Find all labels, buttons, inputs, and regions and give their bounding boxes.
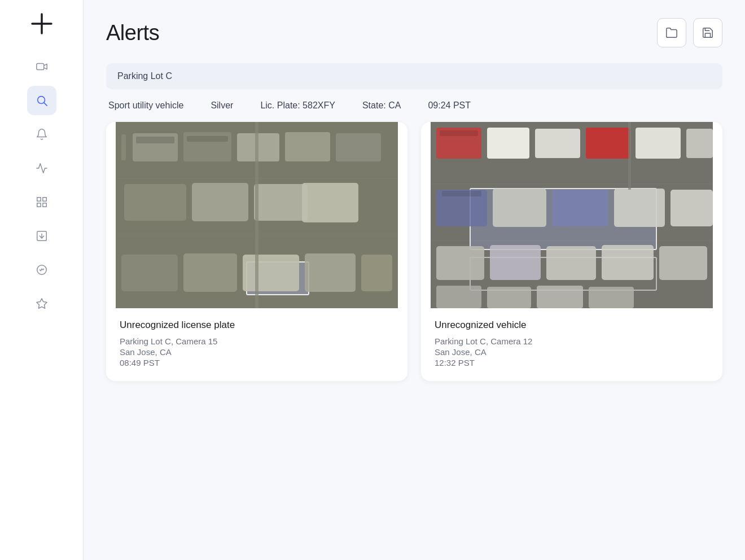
meta-vehicle-type: Sport utility vehicle <box>108 100 183 111</box>
card-1-content: Unrecognized license plate Parking Lot C… <box>106 308 407 381</box>
svg-rect-53 <box>490 245 541 280</box>
alert-card-2[interactable]: Unrecognized vehicle Parking Lot C, Came… <box>421 122 722 381</box>
svg-point-11 <box>37 265 46 275</box>
card-2-city: San Jose, CA <box>435 347 709 357</box>
card-1-image <box>106 122 407 308</box>
folder-icon <box>665 27 678 39</box>
svg-rect-58 <box>487 287 531 308</box>
sidebar <box>0 0 84 560</box>
svg-rect-20 <box>285 132 330 161</box>
header-actions <box>657 18 722 47</box>
svg-rect-23 <box>192 183 248 221</box>
meta-state: State: CA <box>362 100 401 111</box>
grid-icon <box>36 196 48 208</box>
svg-rect-62 <box>440 130 478 136</box>
svg-rect-50 <box>671 190 713 226</box>
card-2-time: 12:32 PST <box>435 358 709 368</box>
svg-rect-55 <box>602 245 654 280</box>
card-2-location: Parking Lot C, Camera 12 <box>435 336 709 346</box>
search-icon <box>36 94 48 107</box>
svg-rect-46 <box>442 191 481 196</box>
meta-color: Silver <box>211 100 233 111</box>
sidebar-item-activity[interactable] <box>27 255 56 285</box>
save-icon <box>702 27 714 39</box>
card-1-alert-type: Unrecognized license plate <box>120 320 394 331</box>
page-header: Alerts <box>106 18 722 47</box>
video-icon <box>36 60 48 73</box>
sidebar-nav <box>0 52 83 318</box>
svg-rect-21 <box>336 133 381 161</box>
card-1-location: Parking Lot C, Camera 15 <box>120 336 394 346</box>
sidebar-item-alerts[interactable] <box>27 120 56 149</box>
svg-rect-30 <box>305 253 356 292</box>
svg-rect-48 <box>552 190 608 226</box>
bell-icon <box>36 128 48 141</box>
svg-rect-5 <box>37 198 40 201</box>
svg-rect-56 <box>659 246 707 280</box>
svg-rect-32 <box>255 122 258 308</box>
svg-rect-47 <box>493 189 546 227</box>
svg-rect-25 <box>302 183 358 222</box>
svg-rect-7 <box>37 203 40 207</box>
meta-row: Sport utility vehicle Silver Lic. Plate:… <box>106 100 722 111</box>
svg-rect-60 <box>589 287 634 308</box>
svg-rect-31 <box>361 255 392 291</box>
chart-icon <box>36 162 48 174</box>
alert-card-1[interactable]: Unrecognized license plate Parking Lot C… <box>106 122 407 381</box>
sidebar-item-favorites[interactable] <box>27 289 56 318</box>
svg-rect-29 <box>243 255 299 291</box>
cards-grid: Unrecognized license plate Parking Lot C… <box>106 122 722 381</box>
activity-icon <box>36 264 48 276</box>
download-icon <box>36 230 48 242</box>
svg-rect-40 <box>535 129 580 158</box>
svg-rect-61 <box>628 122 631 190</box>
card-2-image <box>421 122 722 308</box>
folder-button[interactable] <box>657 18 686 47</box>
svg-rect-24 <box>254 184 308 221</box>
svg-rect-59 <box>537 286 583 308</box>
card-2-content: Unrecognized vehicle Parking Lot C, Came… <box>421 308 722 381</box>
card-2-alert-type: Unrecognized vehicle <box>435 320 709 331</box>
svg-line-4 <box>44 103 47 106</box>
svg-rect-42 <box>636 128 681 159</box>
svg-rect-43 <box>686 129 713 158</box>
meta-license-plate: Lic. Plate: 582XFY <box>260 100 335 111</box>
svg-rect-6 <box>42 198 46 201</box>
svg-rect-33 <box>136 137 174 143</box>
main-content: Alerts Parking Lot C Sport utility vehic… <box>84 0 745 560</box>
sidebar-item-search[interactable] <box>27 86 56 115</box>
card-1-city: San Jose, CA <box>120 347 394 357</box>
meta-time: 09:24 PST <box>428 100 471 111</box>
svg-rect-8 <box>42 203 46 207</box>
parking-lot-image-1 <box>106 122 407 308</box>
save-button[interactable] <box>693 18 722 47</box>
svg-rect-34 <box>187 136 228 142</box>
svg-marker-12 <box>36 299 46 308</box>
svg-rect-17 <box>121 134 126 160</box>
svg-rect-22 <box>124 184 186 221</box>
sidebar-item-video[interactable] <box>27 52 56 81</box>
svg-rect-2 <box>36 64 43 70</box>
svg-rect-54 <box>546 246 596 280</box>
sidebar-item-export[interactable] <box>27 221 56 251</box>
filter-location-text: Parking Lot C <box>117 71 172 81</box>
svg-rect-28 <box>183 253 237 292</box>
parking-lot-image-2 <box>421 122 722 308</box>
filter-bar[interactable]: Parking Lot C <box>106 63 722 89</box>
logo-button[interactable] <box>29 11 54 36</box>
svg-rect-27 <box>121 255 178 291</box>
svg-rect-49 <box>614 189 665 227</box>
svg-rect-41 <box>586 128 630 159</box>
sidebar-item-analytics[interactable] <box>27 154 56 183</box>
card-1-time: 08:49 PST <box>120 358 394 368</box>
svg-rect-39 <box>487 128 529 159</box>
sidebar-item-grid[interactable] <box>27 187 56 217</box>
star-icon <box>36 298 48 310</box>
svg-rect-52 <box>436 246 484 280</box>
svg-rect-57 <box>436 286 481 308</box>
page-title: Alerts <box>106 21 159 45</box>
